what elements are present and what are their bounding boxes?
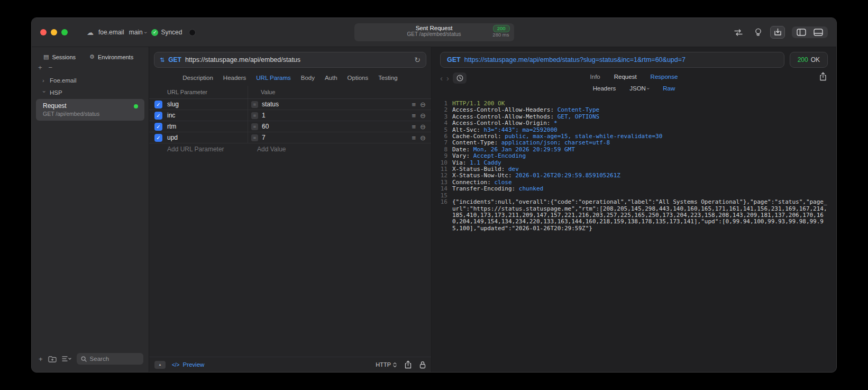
history-clock-button[interactable]	[453, 72, 467, 84]
tab-request[interactable]: Request	[614, 74, 637, 80]
export-response-icon[interactable]	[819, 72, 827, 81]
cloud-icon: ☁	[87, 29, 94, 37]
param-row[interactable]: ✓ upd =7 ≡⊖	[149, 132, 431, 143]
remove-session-button[interactable]: −	[49, 64, 53, 71]
param-row[interactable]: ✓ rtm =60 ≡⊖	[149, 121, 431, 132]
tab-headers[interactable]: Headers	[223, 75, 246, 81]
param-value[interactable]: 7	[262, 134, 266, 141]
tab-info[interactable]: Info	[590, 74, 600, 80]
request-url[interactable]: https://statuspage.me/api/embed/status	[185, 56, 300, 64]
drag-handle-icon[interactable]: ≡	[412, 112, 416, 120]
branch-selector[interactable]: main ›	[129, 29, 147, 36]
minimize-window-button[interactable]	[51, 29, 57, 35]
checkbox-checked[interactable]: ✓	[154, 101, 162, 108]
param-row[interactable]: ✓ inc =1 ≡⊖	[149, 110, 431, 121]
search-icon	[81, 356, 87, 362]
toggle-left-panel-icon[interactable]	[797, 29, 806, 36]
request-url-bar[interactable]: ⇅ GET https://statuspage.me/api/embed/st…	[154, 52, 426, 68]
add-session-button[interactable]: +	[38, 64, 42, 71]
close-window-button[interactable]	[40, 29, 47, 35]
tab-options[interactable]: Options	[348, 75, 369, 81]
response-json-body: {"incidents":null,"overall":{"code":"ope…	[452, 199, 829, 232]
history-back-icon[interactable]: ‹	[440, 74, 443, 82]
method-switch-icon[interactable]: ⇅	[160, 57, 165, 64]
sent-request-capsule[interactable]: Sent Request 200 GET /api/embed/status 2…	[354, 23, 514, 41]
request-footer: ▲ </> Preview HTTP	[149, 357, 431, 372]
expand-console-button[interactable]: ▲	[154, 361, 166, 369]
add-value-button[interactable]: Add Value	[257, 146, 286, 153]
request-method[interactable]: GET	[168, 56, 181, 64]
duration-label: 280 ms	[492, 32, 509, 38]
param-value[interactable]: 1	[262, 112, 266, 119]
checkbox-checked[interactable]: ✓	[154, 134, 162, 142]
search-input[interactable]: Search	[77, 353, 143, 365]
add-param-row: Add URL Parameter Add Value	[149, 143, 431, 155]
capsule-title: Sent Request	[416, 25, 453, 31]
tree-item-hsp[interactable]: › HSP	[36, 86, 144, 98]
drag-handle-icon[interactable]: ≡	[412, 101, 416, 108]
response-method: GET	[447, 56, 461, 64]
subtab-json[interactable]: JSON›	[629, 85, 649, 92]
tab-testing[interactable]: Testing	[378, 75, 397, 81]
share-icon[interactable]	[405, 360, 412, 369]
sync-status[interactable]: ✓ Synced	[151, 29, 182, 36]
param-key[interactable]: inc	[167, 112, 248, 119]
checkbox-checked[interactable]: ✓	[154, 123, 162, 131]
save-response-icon[interactable]	[770, 26, 785, 39]
tab-auth[interactable]: Auth	[325, 75, 337, 81]
project-name[interactable]: foe.email	[98, 29, 124, 36]
equals-icon: =	[251, 123, 258, 130]
protocol-selector[interactable]: HTTP	[376, 361, 397, 368]
tab-url-params[interactable]: URL Params	[256, 75, 290, 81]
swap-arrows-icon[interactable]	[731, 26, 746, 39]
param-value[interactable]: 60	[262, 123, 269, 130]
add-request-button[interactable]: +	[39, 355, 43, 363]
drag-handle-icon[interactable]: ≡	[412, 123, 416, 131]
remove-row-icon[interactable]: ⊖	[420, 123, 426, 131]
tree-item-foe-email[interactable]: › Foe.email	[36, 74, 144, 86]
remove-row-icon[interactable]: ⊖	[420, 112, 426, 120]
sidebar: ▤ Sessions ⚙ Environments + − › Foe.emai…	[32, 47, 149, 372]
remove-row-icon[interactable]: ⊖	[420, 134, 426, 142]
add-folder-icon[interactable]	[48, 356, 57, 362]
param-key[interactable]: upd	[167, 134, 248, 141]
drag-handle-icon[interactable]: ≡	[412, 134, 416, 142]
synced-check-icon: ✓	[151, 29, 158, 36]
tab-description[interactable]: Description	[182, 75, 213, 81]
param-row[interactable]: ✓ slug =status ≡⊖	[149, 99, 431, 110]
add-url-parameter-button[interactable]: Add URL Parameter	[167, 146, 248, 153]
search-placeholder: Search	[90, 356, 109, 362]
checkbox-checked[interactable]: ✓	[154, 112, 162, 120]
history-forward-icon[interactable]: ›	[446, 74, 449, 82]
param-key[interactable]: slug	[167, 101, 248, 108]
tab-response[interactable]: Response	[651, 74, 678, 80]
zoom-window-button[interactable]	[61, 29, 68, 35]
response-body-viewer[interactable]: 1HTTP/1.1 200 OK 2Access-Control-Allow-H…	[432, 96, 836, 372]
toggle-bottom-panel-icon[interactable]	[814, 29, 823, 36]
tab-environments[interactable]: ⚙ Environments	[89, 53, 133, 60]
preview-button[interactable]: </> Preview	[172, 361, 204, 368]
param-value[interactable]: status	[262, 101, 279, 108]
subtab-headers[interactable]: Headers	[593, 85, 616, 92]
environments-icon: ⚙	[89, 53, 95, 60]
main-content: ▤ Sessions ⚙ Environments + − › Foe.emai…	[32, 47, 836, 372]
param-key[interactable]: rtm	[167, 123, 248, 130]
sort-list-icon[interactable]	[62, 356, 71, 362]
session-indicator-dot[interactable]	[189, 29, 196, 36]
subtab-raw[interactable]: Raw	[663, 85, 675, 92]
lasso-icon[interactable]	[751, 26, 765, 39]
lock-icon[interactable]	[419, 361, 426, 369]
sync-status-label: Synced	[161, 29, 182, 36]
response-subtabs: Headers JSON› Raw	[432, 83, 836, 96]
remove-row-icon[interactable]: ⊖	[420, 101, 426, 108]
clock-icon	[456, 75, 463, 81]
chevron-right-icon: ›	[42, 77, 46, 84]
chevron-down-icon: ›	[41, 90, 48, 94]
sent-request-url[interactable]: GET https://statuspage.me/api/embed/stat…	[440, 52, 784, 68]
tab-body[interactable]: Body	[301, 75, 315, 81]
request-subtitle: GET /api/embed/status	[43, 111, 139, 117]
tab-sessions[interactable]: ▤ Sessions	[43, 53, 76, 60]
project-info: ☁ foe.email main › ✓ Synced	[87, 29, 196, 37]
request-list-item[interactable]: Request GET /api/embed/status	[36, 99, 144, 121]
refresh-icon[interactable]: ↻	[414, 56, 421, 64]
